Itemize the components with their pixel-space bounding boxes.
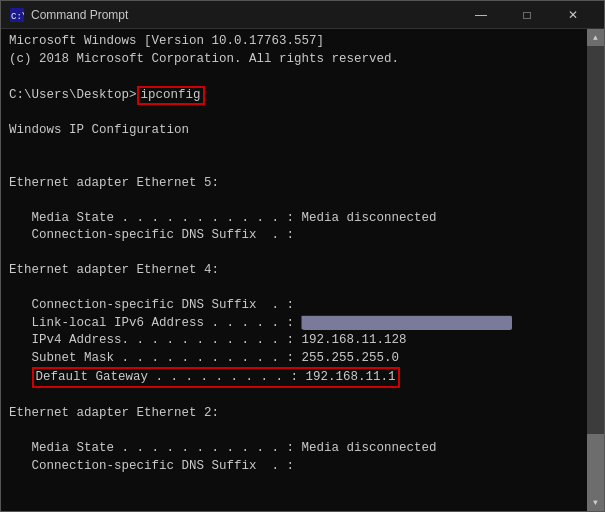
line-eth4-gateway: Default Gateway . . . . . . . . . : 192.… — [9, 370, 400, 384]
line-version: Microsoft Windows [Version 10.0.17763.55… — [9, 34, 324, 48]
title-bar: C:\ Command Prompt — □ ✕ — [1, 1, 604, 29]
ipv6-blurred: ████████████████████████████ — [302, 316, 512, 330]
cmd-icon: C:\ — [9, 7, 25, 23]
ipv4-value: 192.168.11.128 — [302, 333, 407, 347]
scrollbar: ▲ ▼ — [587, 29, 604, 511]
line-eth5-media: Media State . . . . . . . . . . . : Medi… — [9, 211, 437, 225]
content-area: Microsoft Windows [Version 10.0.17763.55… — [1, 29, 604, 511]
scroll-up-arrow[interactable]: ▲ — [587, 29, 604, 46]
line-eth4-subnet: Subnet Mask . . . . . . . . . . . : 255.… — [9, 351, 399, 365]
window-controls: — □ ✕ — [458, 1, 596, 29]
line-eth4-ipv4: IPv4 Address. . . . . . . . . . . : 192.… — [9, 333, 407, 347]
scrollbar-thumb[interactable] — [587, 434, 604, 494]
line-ipconfig-header: Windows IP Configuration — [9, 123, 189, 137]
gateway-value: 192.168.11.1 — [306, 370, 396, 384]
line-eth5-header: Ethernet adapter Ethernet 5: — [9, 176, 219, 190]
line-eth2-dns: Connection-specific DNS Suffix . : — [9, 459, 294, 473]
scrollbar-track[interactable] — [587, 46, 604, 494]
window-title: Command Prompt — [31, 8, 458, 22]
command-highlight: ipconfig — [137, 86, 205, 105]
terminal-output[interactable]: Microsoft Windows [Version 10.0.17763.55… — [1, 29, 587, 511]
line-eth4-header: Ethernet adapter Ethernet 4: — [9, 263, 219, 277]
line-eth4-ipv6: Link-local IPv6 Address . . . . . : ████… — [9, 316, 512, 330]
svg-text:C:\: C:\ — [11, 12, 24, 22]
maximize-button[interactable]: □ — [504, 1, 550, 29]
line-eth2-header: Ethernet adapter Ethernet 2: — [9, 406, 219, 420]
cmd-window: C:\ Command Prompt — □ ✕ Microsoft Windo… — [0, 0, 605, 512]
line-prompt: C:\Users\Desktop>ipconfig — [9, 88, 205, 102]
line-copyright: (c) 2018 Microsoft Corporation. All righ… — [9, 52, 399, 66]
line-eth2-media: Media State . . . . . . . . . . . : Medi… — [9, 441, 437, 455]
minimize-button[interactable]: — — [458, 1, 504, 29]
close-button[interactable]: ✕ — [550, 1, 596, 29]
scroll-down-arrow[interactable]: ▼ — [587, 494, 604, 511]
line-eth5-dns: Connection-specific DNS Suffix . : — [9, 228, 294, 242]
line-eth4-dns: Connection-specific DNS Suffix . : — [9, 298, 294, 312]
gateway-highlight: Default Gateway . . . . . . . . . : 192.… — [32, 367, 400, 388]
command-text: ipconfig — [141, 88, 201, 102]
